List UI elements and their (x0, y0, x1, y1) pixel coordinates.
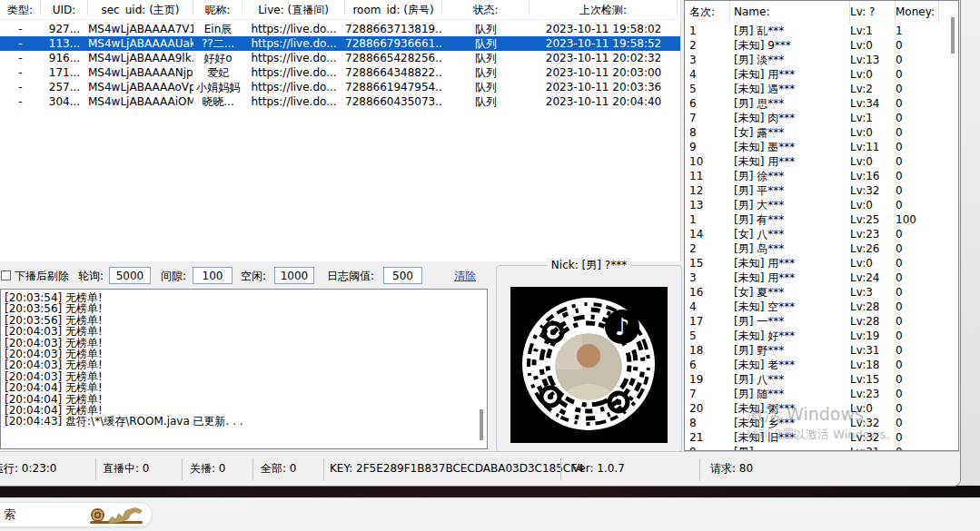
cell-rank: 6 (685, 358, 730, 372)
ranking-row[interactable]: 10[未知] 用***Lv:00 (685, 154, 958, 169)
status-item: 关播: 0 (190, 452, 226, 487)
cell-lv: Lv:26 (850, 241, 896, 256)
status-item: 请求: 80 (710, 452, 753, 487)
cell-sec_uid: MS4wLjABAAAAiOM... (88, 94, 193, 109)
ranking-row[interactable]: 18[男] 野***Lv:310 (685, 343, 958, 358)
ranking-row[interactable]: 14[女] 八***Lv:230 (685, 227, 958, 241)
ranking-row[interactable]: 17[男] 一***Lv:280 (685, 314, 958, 329)
cell-lv: Lv:24 (850, 270, 896, 285)
ranking-row[interactable]: 4[未知] 用***Lv:00 (685, 67, 958, 82)
cell-room_id: 7288663713819... (345, 22, 442, 36)
log-output[interactable]: [20:03:54] 无榜单![20:03:56] 无榜单![20:03:56]… (0, 289, 488, 449)
clear-log-link[interactable]: 清除 (454, 266, 476, 286)
poll-interval-input[interactable] (109, 267, 151, 284)
cell-sec_uid: MS4wLjABAAAAUak... (88, 36, 193, 51)
stream-row-selected[interactable]: -113...MS4wLjABAAAAUak...??二...https://l… (0, 36, 680, 51)
cell-rank: 10 (685, 154, 730, 169)
ranking-row[interactable]: 5[未知] 好***Lv:190 (685, 329, 958, 343)
status-divider (252, 458, 253, 480)
cell-rank: 2 (685, 241, 730, 256)
status-item: Ver: 1.0.7 (572, 452, 625, 487)
cell-status: 队列 (442, 80, 530, 94)
cell-rank: 21 (685, 430, 730, 445)
cell-money: 0 (896, 169, 939, 183)
ranking-row[interactable]: 8[未知] 乡***Lv:320 (685, 416, 958, 430)
cell-last_check: 2023-10-11 20:03:36 (530, 80, 678, 94)
status-divider (182, 458, 183, 480)
ranking-row[interactable]: 6[男] 思***Lv:340 (685, 96, 958, 111)
cell-rank: 1 (685, 212, 730, 227)
cell-money: 1 (896, 24, 939, 38)
cell-money: 0 (896, 300, 939, 314)
stream-row[interactable]: -916...MS4wLjABAAAA9lk...好好ohttps://live… (0, 51, 680, 65)
gap-input[interactable] (193, 267, 233, 284)
cell-name: [男] … (730, 445, 850, 451)
ranking-row[interactable]: 2[未知] 9***Lv:00 (685, 38, 958, 53)
status-divider (95, 458, 96, 480)
status-divider (560, 458, 561, 480)
ranking-row[interactable]: 21[未知] 旧***Lv:320 (685, 430, 958, 445)
idle-input[interactable] (274, 267, 314, 284)
cell-lv: Lv:2 (850, 82, 896, 96)
ammonite-fossil-icon (91, 508, 104, 522)
ranking-row[interactable]: 19[男] 八***Lv:150 (685, 372, 958, 387)
log-line: [20:04:03] 无榜单! (5, 326, 483, 337)
cell-uid: 257... (41, 80, 88, 94)
cell-nick: ??二... (193, 36, 243, 51)
ranking-row[interactable]: 6[未知] 老***Lv:180 (685, 358, 958, 372)
cell-lv: Lv:28 (850, 300, 896, 314)
ranking-row[interactable]: 15[未知] 用***Lv:00 (685, 256, 958, 270)
cell-room_id: 7288661947954... (345, 80, 442, 94)
log-line: [20:04:43] 盘符:\*\缓存\ROOM.java 已更新. . . (5, 416, 483, 427)
cell-nick: Ein辰 (193, 22, 243, 36)
cell-uid: 113... (41, 36, 88, 51)
ranking-scrollbar[interactable] (949, 3, 956, 447)
stream-row[interactable]: -304...MS4wLjABAAAAiOM...晓晓...https://li… (0, 94, 680, 109)
ranking-row[interactable]: 11[男] 徐***Lv:160 (685, 169, 958, 183)
stream-row[interactable]: -171...MS4wLjABAAAANjp...爱妃https://live.… (0, 65, 680, 80)
cell-money: 0 (896, 256, 939, 270)
scrollbar-thumb[interactable] (951, 17, 955, 54)
remove-after-offline-checkbox[interactable] (1, 270, 11, 280)
log-line: [20:04:04] 无榜单! (5, 382, 483, 393)
scrollbar-thumb[interactable] (480, 409, 483, 440)
ranking-row[interactable]: 4[未知] 空***Lv:280 (685, 300, 958, 314)
douyin-logo-icon: ♪ (605, 310, 639, 344)
cell-name: [未知] 乡*** (730, 416, 850, 430)
stream-row[interactable]: -257...MS4wLjABAAAAoVp...小娟妈妈https://liv… (0, 80, 680, 94)
ranking-row[interactable]: 3[男] 淡***Lv:130 (685, 53, 958, 67)
cell-rank: 13 (685, 198, 730, 212)
cell-lv: Lv:1 (850, 111, 896, 125)
cell-last_check: 2023-10-11 20:03:00 (530, 65, 678, 80)
cell-rank: 9 (685, 140, 730, 154)
cell-name: [男] 一*** (730, 314, 850, 329)
cell-lv: Lv:31 (850, 343, 896, 358)
ranking-row[interactable]: 7[男] 随***Lv:230 (685, 387, 958, 401)
stream-row[interactable]: -927...MS4wLjABAAAA7V1...Ein辰https://liv… (0, 22, 680, 36)
ranking-row[interactable]: 12[男] 平***Lv:320 (685, 183, 958, 198)
log-scrollbar[interactable] (478, 291, 485, 444)
cell-money: 0 (896, 53, 939, 67)
ranking-row[interactable]: 9[男] …Lv:310 (685, 445, 958, 451)
cell-lv: Lv:0 (850, 125, 896, 140)
ranking-row[interactable]: 16[女] 夏***Lv:30 (685, 285, 958, 300)
ranking-row[interactable]: 13[男] 大***Lv:00 (685, 198, 958, 212)
ranking-row[interactable]: 8[女] 露***Lv:00 (685, 125, 958, 140)
ranking-row[interactable]: 20[未知] 粥***Lv:00 (685, 401, 958, 416)
idle-label: 空闲: (241, 266, 266, 286)
ranking-row[interactable]: 5[未知] 遇***Lv:20 (685, 82, 958, 96)
ranking-row[interactable]: 1[男] 有***Lv:25100 (685, 212, 958, 227)
ranking-row[interactable]: 2[男] 岛***Lv:260 (685, 241, 958, 256)
ranking-row[interactable]: 7[未知] 肉***Lv:10 (685, 111, 958, 125)
log-threshold-input[interactable] (383, 267, 422, 284)
ranking-row[interactable]: 3[未知] 用***Lv:240 (685, 270, 958, 285)
cell-money: 0 (896, 183, 939, 198)
taskbar-search[interactable]: 索 (0, 502, 153, 527)
cell-lv: Lv:18 (850, 358, 896, 372)
cell-last_check: 2023-10-11 19:58:52 (530, 36, 678, 51)
ranking-row[interactable]: 1[男] 乱***Lv:11 (685, 24, 958, 38)
cell-type: - (0, 80, 41, 94)
ranking-row[interactable]: 9[未知] 墨***Lv:110 (685, 140, 958, 154)
cell-name: [未知] 遇*** (730, 82, 850, 96)
search-label: 索 (4, 503, 15, 526)
